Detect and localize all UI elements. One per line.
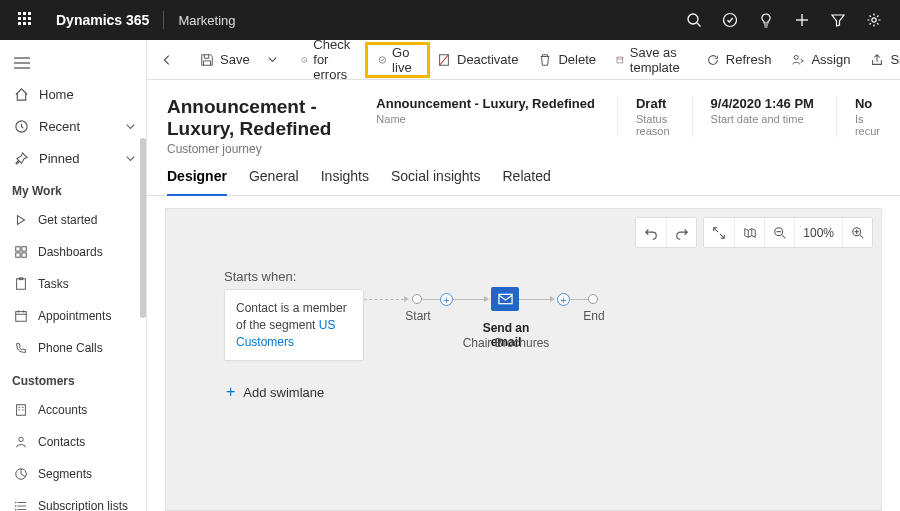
add-node-button[interactable]: + — [440, 293, 453, 306]
svg-line-51 — [859, 234, 863, 238]
nav-label: Accounts — [38, 403, 87, 417]
svg-rect-54 — [498, 294, 511, 303]
nav-section-my-work: My Work — [0, 174, 146, 204]
refresh-button[interactable]: Refresh — [697, 46, 781, 74]
assign-button[interactable]: Assign — [782, 46, 859, 74]
nav-label: Dashboards — [38, 245, 103, 259]
cmd-label: Save as template — [630, 45, 686, 75]
field-value: Draft — [636, 96, 670, 111]
action-subtitle: Chair Brochures — [462, 336, 550, 350]
nav-contacts[interactable]: Contacts — [0, 426, 146, 458]
svg-point-43 — [795, 55, 799, 59]
svg-point-30 — [15, 502, 16, 503]
app-launcher-button[interactable] — [10, 0, 42, 40]
record-title: Announcement - Luxury, Redefined — [167, 96, 352, 140]
sidebar-scrollbar[interactable] — [140, 138, 146, 318]
svg-point-0 — [688, 14, 698, 24]
add-button[interactable] — [786, 0, 818, 40]
help-button[interactable] — [750, 0, 782, 40]
save-as-template-button[interactable]: Save as template — [607, 46, 695, 74]
svg-point-32 — [15, 509, 16, 510]
phone-icon — [14, 341, 28, 355]
nav-phone-calls[interactable]: Phone Calls — [0, 332, 146, 364]
svg-rect-13 — [22, 253, 26, 257]
add-swimlane-label: Add swimlane — [243, 385, 324, 400]
nav-tasks[interactable]: Tasks — [0, 268, 146, 300]
chevron-down-icon — [267, 54, 278, 65]
record-subtitle: Customer journey — [167, 142, 352, 156]
end-node[interactable] — [588, 294, 598, 304]
connector — [570, 299, 588, 300]
tab-general[interactable]: General — [249, 168, 299, 195]
zoom-out-button[interactable] — [764, 218, 794, 247]
svg-point-2 — [724, 14, 737, 27]
nav-recent[interactable]: Recent — [0, 110, 146, 142]
hamburger-icon — [14, 57, 30, 69]
back-button[interactable] — [151, 46, 183, 74]
field-status: Draft Status reason — [617, 96, 670, 137]
deactivate-icon — [437, 53, 451, 67]
zoom-in-button[interactable] — [842, 218, 872, 247]
nav-label: Home — [39, 87, 74, 102]
clipboard-icon — [14, 277, 28, 291]
filter-button[interactable] — [822, 0, 854, 40]
tab-social-insights[interactable]: Social insights — [391, 168, 481, 195]
svg-rect-16 — [16, 312, 27, 322]
field-value: No — [855, 96, 880, 111]
task-icon — [722, 12, 738, 28]
cmd-label: Delete — [558, 52, 596, 67]
svg-rect-42 — [617, 57, 623, 63]
start-node[interactable] — [412, 294, 422, 304]
save-options-button[interactable] — [261, 46, 284, 74]
zoom-out-icon — [773, 226, 787, 240]
nav-label: Phone Calls — [38, 341, 103, 355]
nav-appointments[interactable]: Appointments — [0, 300, 146, 332]
tab-related[interactable]: Related — [502, 168, 550, 195]
field-recurring: No Is recur — [836, 96, 880, 137]
redo-button[interactable] — [666, 218, 696, 247]
play-icon — [14, 213, 28, 227]
journey-canvas[interactable]: 100% Starts when: Contact is a member of… — [165, 208, 882, 511]
nav-segments[interactable]: Segments — [0, 458, 146, 490]
check-errors-button[interactable]: Check for errors — [292, 46, 367, 74]
search-button[interactable] — [678, 0, 710, 40]
nav-home[interactable]: Home — [0, 78, 146, 110]
nav-get-started[interactable]: Get started — [0, 204, 146, 236]
svg-line-1 — [697, 23, 701, 27]
deactivate-button[interactable]: Deactivate — [428, 46, 527, 74]
tab-designer[interactable]: Designer — [167, 168, 227, 196]
redo-icon — [675, 226, 689, 240]
building-icon — [14, 403, 28, 417]
go-live-button[interactable]: Go live — [369, 46, 427, 74]
share-button[interactable]: Share — [861, 46, 900, 74]
zoom-level[interactable]: 100% — [794, 218, 842, 247]
tab-insights[interactable]: Insights — [321, 168, 369, 195]
add-swimlane-button[interactable]: + Add swimlane — [226, 384, 324, 400]
trash-icon — [538, 53, 552, 67]
end-node-label: End — [581, 309, 607, 323]
cmd-label: Check for errors — [313, 40, 357, 82]
back-icon — [160, 53, 174, 67]
expand-icon — [712, 226, 726, 240]
map-icon — [743, 226, 757, 240]
settings-button[interactable] — [858, 0, 890, 40]
save-button[interactable]: Save — [191, 46, 259, 74]
cmd-label: Go live — [392, 45, 417, 75]
starts-when-label: Starts when: — [224, 269, 296, 284]
nav-pinned[interactable]: Pinned — [0, 142, 146, 174]
fit-button[interactable] — [704, 218, 734, 247]
delete-button[interactable]: Delete — [529, 46, 605, 74]
hamburger-button[interactable] — [14, 57, 30, 69]
minimap-button[interactable] — [734, 218, 764, 247]
nav-accounts[interactable]: Accounts — [0, 394, 146, 426]
refresh-icon — [706, 53, 720, 67]
add-node-button[interactable]: + — [557, 293, 570, 306]
nav-subscription-lists[interactable]: Subscription lists — [0, 490, 146, 511]
connector — [453, 299, 486, 300]
send-email-node[interactable] — [491, 287, 519, 311]
start-condition-card[interactable]: Contact is a member of the segment US Cu… — [224, 289, 364, 361]
undo-button[interactable] — [636, 218, 666, 247]
task-button[interactable] — [714, 0, 746, 40]
nav-dashboards[interactable]: Dashboards — [0, 236, 146, 268]
content-area: Save Check for errors Go live Deactivate… — [147, 40, 900, 511]
